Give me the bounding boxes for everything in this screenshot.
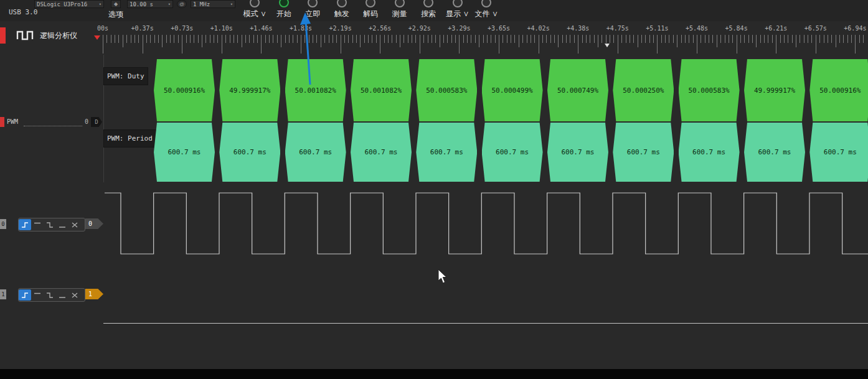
ruler-tick (230, 35, 230, 43)
ruler-tick (423, 35, 424, 43)
duty-block-value: 50.000499% (491, 87, 532, 95)
collect-icon[interactable]: ◆ (111, 0, 121, 8)
channel1-badge[interactable]: 1 (85, 289, 103, 299)
channel1-trigger-settings (18, 288, 85, 302)
ruler-tick (106, 35, 107, 43)
toolbar-button-search[interactable]: 搜索 (414, 4, 443, 19)
ruler-tick (618, 35, 618, 54)
ruler-tick (649, 35, 650, 43)
toolbar-button-file[interactable]: 文件 ∨ (472, 4, 501, 19)
low-level-icon[interactable] (56, 289, 68, 301)
high-level-icon[interactable] (31, 289, 44, 301)
ruler-tick (403, 35, 404, 43)
ruler-tick (531, 35, 531, 43)
duty-block: 50.001082% (351, 59, 412, 121)
ruler-tick (836, 35, 836, 47)
rising-edge-icon[interactable] (19, 219, 31, 230)
toolbar-button-label: 触发 (334, 9, 349, 19)
ruler-tick (748, 35, 749, 43)
toolbar-button-label: 开始 (276, 9, 291, 19)
ruler-tick (333, 35, 333, 43)
ruler-tick (653, 35, 654, 43)
ruler-tick (166, 35, 167, 43)
ruler-tick (380, 35, 380, 54)
decode-period-row: 600.7 ms600.7 ms600.7 ms600.7 ms600.7 ms… (103, 123, 868, 182)
ruler-tick (384, 35, 385, 43)
ruler-tick (701, 35, 701, 43)
ruler-tick (859, 35, 860, 43)
toolbar-button-mode[interactable]: 模式 ∨ (240, 4, 270, 19)
trigger-marker-icon[interactable] (605, 44, 610, 47)
high-level-icon[interactable] (31, 219, 44, 230)
toolbar-button-trigger[interactable]: 触发 (328, 4, 357, 19)
decode-duty-row: 50.000916%49.999917%50.001082%50.001082%… (103, 59, 868, 121)
ruler-tick (709, 35, 709, 43)
ruler-tick (210, 35, 210, 43)
channel0-bar[interactable]: 0 (0, 219, 6, 229)
ruler-tick (443, 35, 444, 43)
pwm-decoder-label[interactable]: PWM (7, 118, 18, 125)
ruler-tick (744, 35, 745, 43)
ruler-label: +3.29s (448, 25, 470, 32)
ruler-tick (780, 35, 781, 43)
ruler-tick (428, 35, 428, 43)
ruler-tick (601, 35, 602, 43)
analyzer-red-bar (0, 27, 6, 44)
channel1-bar[interactable]: 1 (0, 289, 6, 299)
ruler-label: +2.56s (369, 25, 391, 32)
ruler-tick (661, 35, 662, 43)
toolbar-button-decode[interactable]: 解码 (356, 4, 385, 19)
ruler-tick (566, 35, 567, 43)
device-select[interactable]: DSLogic U3Pro16 ▾ (34, 0, 104, 8)
ruler-tick (455, 35, 456, 43)
toolbar-button-measure[interactable]: 测量 (385, 4, 415, 19)
falling-edge-icon[interactable] (44, 289, 56, 301)
ruler-tick (863, 35, 864, 43)
chevron-down-icon: ▾ (230, 2, 233, 7)
duration-select[interactable]: 10.00 s ▾ (127, 0, 173, 8)
period-block-value: 600.7 ms (168, 148, 201, 156)
ruler-tick (554, 35, 555, 43)
time-ruler[interactable]: 00s+0.37s+0.73s+1.10s+1.46s+1.83s+2.19s+… (98, 25, 868, 55)
ruler-label: +3.65s (488, 25, 510, 32)
ruler-tick (586, 35, 587, 43)
rising-edge-icon[interactable] (19, 289, 31, 301)
ruler-label: +4.02s (527, 25, 550, 32)
ruler-tick (828, 35, 828, 43)
ruler-tick (685, 35, 686, 43)
falling-edge-icon[interactable] (44, 219, 56, 230)
ruler-label: 00s (97, 25, 108, 32)
ruler-tick (143, 35, 143, 54)
ruler-tick (792, 35, 793, 43)
duty-block: 50.000749% (547, 59, 608, 121)
period-block-value: 600.7 ms (299, 148, 332, 156)
channel0-badge[interactable]: 0 (85, 218, 103, 229)
pwm-decoder-badge[interactable]: D (91, 117, 102, 127)
ruler-tick (843, 35, 844, 43)
ruler-label: +0.73s (171, 25, 193, 32)
ruler-tick (158, 35, 159, 43)
menu-options[interactable]: 选项 (108, 9, 123, 20)
ruler-label: +4.75s (606, 25, 629, 32)
period-block: 600.7 ms (219, 123, 280, 182)
ruler-tick (546, 35, 547, 43)
period-block-value: 600.7 ms (562, 148, 595, 156)
ruler-tick (392, 35, 392, 43)
duty-block: 50.000916% (809, 59, 868, 121)
ruler-tick (626, 35, 626, 43)
at-icon: @ (177, 0, 187, 8)
any-edge-icon[interactable] (68, 219, 81, 230)
samplerate-select[interactable]: 1 MHz ▾ (191, 0, 235, 8)
any-edge-icon[interactable] (68, 289, 81, 301)
low-level-icon[interactable] (56, 219, 68, 230)
ruler-tick (396, 35, 397, 43)
ruler-tick (471, 35, 471, 43)
toolbar-button-display[interactable]: 显示 ∨ (443, 4, 473, 19)
pwm-red-bar (0, 117, 4, 127)
period-block-value: 600.7 ms (692, 148, 725, 156)
ruler-tick (839, 35, 840, 43)
ruler-tick (725, 35, 725, 43)
ruler-tick (182, 35, 182, 54)
ruler-tick (138, 35, 139, 43)
chevron-down-icon: ▾ (99, 2, 101, 7)
